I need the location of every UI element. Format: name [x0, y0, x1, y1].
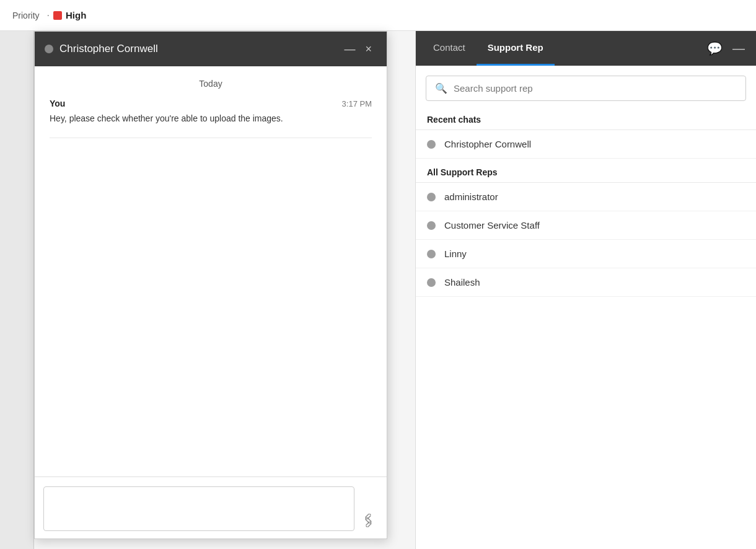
search-input[interactable] [454, 83, 737, 94]
chat-footer: 🖇 [35, 477, 387, 538]
panel-tabs-bar: Contact Support Rep 💬 — [416, 31, 756, 66]
tab-contact-label: Contact [433, 42, 465, 53]
rep-status-dot [427, 140, 436, 149]
rep-name: administrator [444, 191, 498, 202]
right-panel: Contact Support Rep 💬 — 🔍 Recent chats C… [415, 31, 756, 549]
priority-dot [53, 11, 62, 20]
search-icon: 🔍 [435, 82, 447, 94]
chat-date: Today [50, 79, 372, 89]
panel-minimize-icon: — [732, 42, 745, 55]
chat-window: Christopher Cornwell — × Today You 3:17 … [34, 31, 387, 539]
list-item[interactable]: Shailesh [416, 268, 756, 297]
message-sender: You [50, 99, 65, 108]
message-text: Hey, please check whether you're able to… [50, 112, 372, 138]
priority-value: High [66, 10, 86, 20]
paperclip-icon: 🖇 [358, 510, 379, 530]
rep-name: Shailesh [444, 277, 480, 288]
priority-bar: Priority · High [0, 0, 756, 31]
chat-status-dot [45, 45, 53, 53]
rep-status-dot [427, 193, 436, 201]
priority-label: Priority [12, 11, 40, 20]
rep-name: Christopher Cornwell [444, 139, 531, 149]
sidebar-strip [0, 31, 34, 549]
rep-status-dot [427, 250, 436, 258]
tab-support-rep[interactable]: Support Rep [477, 31, 555, 66]
close-button[interactable]: × [360, 41, 377, 57]
priority-separator: · [47, 10, 50, 21]
list-item[interactable]: Customer Service Staff [416, 211, 756, 240]
message-meta: You 3:17 PM [50, 99, 372, 108]
rep-name: Linny [444, 248, 467, 259]
chat-header: Christopher Cornwell — × [35, 32, 387, 66]
minimize-button[interactable]: — [339, 41, 360, 57]
list-item[interactable]: administrator [416, 183, 756, 211]
tab-contact[interactable]: Contact [422, 31, 477, 66]
attach-button[interactable]: 🖇 [354, 506, 382, 534]
tab-support-rep-label: Support Rep [488, 42, 543, 53]
rep-name: Customer Service Staff [444, 220, 540, 231]
chat-title: Christopher Cornwell [59, 43, 339, 55]
panel-content: 🔍 Recent chats Christopher Cornwell All … [416, 66, 756, 549]
list-item[interactable]: Linny [416, 240, 756, 268]
panel-minimize-button[interactable]: — [727, 39, 750, 58]
all-reps-header: All Support Reps [416, 159, 756, 183]
chat-body: Today You 3:17 PM Hey, please check whet… [35, 66, 387, 477]
recent-chats-header: Recent chats [416, 106, 756, 130]
message-time: 3:17 PM [342, 99, 372, 108]
rep-status-dot [427, 221, 436, 230]
rep-status-dot [427, 278, 436, 287]
chat-bubble-icon: 💬 [707, 42, 723, 55]
search-bar[interactable]: 🔍 [426, 76, 746, 101]
chat-icon-button[interactable]: 💬 [702, 38, 727, 58]
message-input[interactable] [43, 486, 354, 531]
list-item[interactable]: Christopher Cornwell [416, 130, 756, 159]
